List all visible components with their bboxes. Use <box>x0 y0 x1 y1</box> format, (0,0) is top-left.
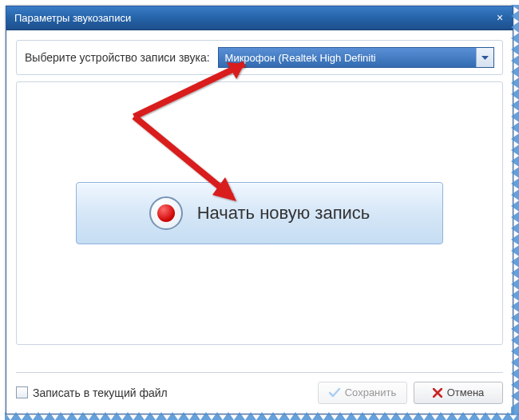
device-panel: Выберите устройство записи звука: Микроф… <box>16 40 503 75</box>
titlebar: Параметры звукозаписи × <box>6 6 513 30</box>
dialog-body: Выберите устройство записи звука: Микроф… <box>6 30 513 355</box>
chevron-down-icon[interactable] <box>476 48 493 67</box>
cross-icon <box>433 388 442 398</box>
dialog-window: Параметры звукозаписи × Выберите устройс… <box>6 6 513 414</box>
cancel-button-label: Отмена <box>447 386 485 398</box>
check-icon <box>329 388 340 398</box>
device-selected: Микрофон (Realtek High Definiti <box>219 52 476 64</box>
record-icon <box>149 196 183 230</box>
save-button: Сохранить <box>318 382 407 404</box>
svg-marker-0 <box>481 56 489 60</box>
append-checkbox-label: Записать в текущий файл <box>33 386 168 399</box>
checkbox-icon <box>16 386 28 398</box>
footer: Записать в текущий файл Сохранить Отмена <box>16 372 503 404</box>
device-dropdown[interactable]: Микрофон (Realtek High Definiti <box>218 47 494 68</box>
window-title: Параметры звукозаписи <box>14 12 131 24</box>
main-panel: Начать новую запись <box>16 81 503 345</box>
save-button-label: Сохранить <box>345 386 397 398</box>
append-checkbox[interactable]: Записать в текущий файл <box>16 386 168 399</box>
start-record-button[interactable]: Начать новую запись <box>76 182 443 244</box>
close-icon[interactable]: × <box>493 11 506 24</box>
cancel-button[interactable]: Отмена <box>414 382 503 404</box>
record-button-label: Начать новую запись <box>197 203 370 224</box>
device-label: Выберите устройство записи звука: <box>25 51 210 64</box>
